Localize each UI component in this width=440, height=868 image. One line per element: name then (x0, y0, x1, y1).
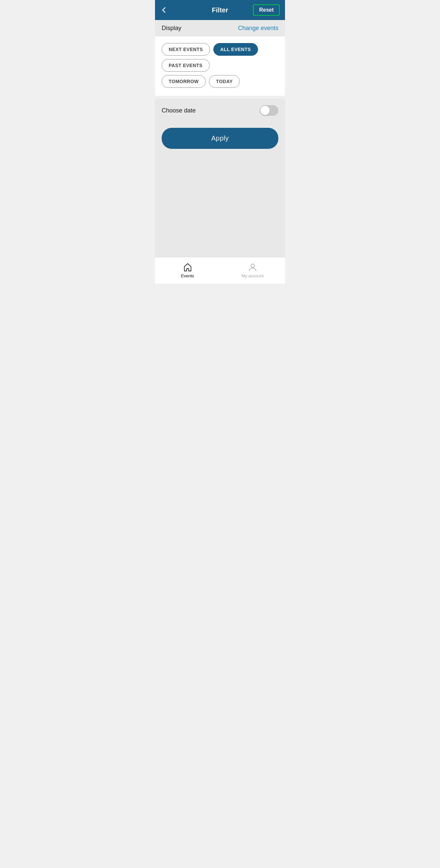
header: Filter Reset (155, 0, 285, 20)
choose-date-section: Choose date (155, 98, 285, 122)
apply-button[interactable]: Apply (162, 128, 278, 149)
toggle-knob (260, 106, 270, 115)
nav-item-events[interactable]: Events (155, 257, 220, 284)
display-label: Display (162, 25, 181, 32)
event-filters: NEXT EVENTS ALL EVENTS PAST EVENTS TOMOR… (155, 36, 285, 96)
filter-next-events[interactable]: NEXT EVENTS (162, 43, 210, 56)
svg-point-0 (251, 264, 254, 267)
nav-item-account[interactable]: My account (220, 257, 285, 284)
apply-section: Apply (155, 122, 285, 157)
nav-label-events: Events (181, 273, 194, 278)
display-section: Display Change events (155, 20, 285, 36)
reset-button[interactable]: Reset (253, 4, 280, 16)
change-events-link[interactable]: Change events (238, 25, 278, 32)
nav-label-account: My account (241, 273, 263, 278)
bottom-nav: Events My account (155, 257, 285, 284)
person-icon (248, 262, 257, 272)
page-title: Filter (212, 6, 228, 14)
filter-today[interactable]: TODAY (209, 75, 240, 88)
filter-past-events[interactable]: PAST EVENTS (162, 59, 210, 72)
filter-tomorrow[interactable]: TOMORROW (162, 75, 206, 88)
choose-date-toggle[interactable] (260, 105, 278, 116)
main-content (155, 157, 285, 257)
choose-date-label: Choose date (162, 107, 196, 114)
filter-row-1: NEXT EVENTS ALL EVENTS PAST EVENTS (162, 43, 278, 72)
back-button[interactable] (160, 6, 172, 14)
filter-all-events[interactable]: ALL EVENTS (213, 43, 258, 56)
app-container: Filter Reset Display Change events NEXT … (155, 0, 285, 284)
home-icon (183, 262, 192, 272)
filter-row-2: TOMORROW TODAY (162, 75, 278, 88)
